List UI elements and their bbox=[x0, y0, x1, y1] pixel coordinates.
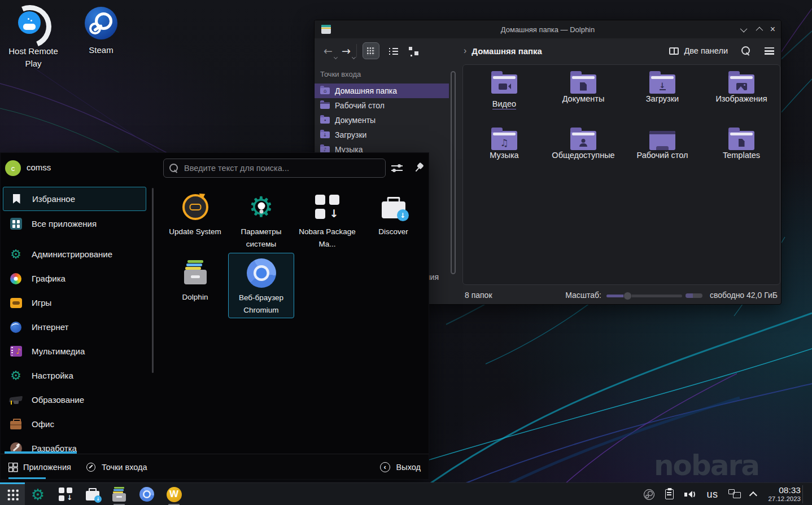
search-button[interactable] bbox=[741, 46, 751, 56]
taskbar-system-settings[interactable]: ⚙ bbox=[30, 486, 46, 502]
desktop-icon-label: Steam bbox=[68, 44, 134, 56]
folder-public[interactable]: Общедоступные bbox=[547, 126, 620, 160]
category-all-apps[interactable]: Все приложения bbox=[3, 212, 146, 236]
host-remote-play-icon bbox=[15, 5, 51, 41]
breadcrumb-location[interactable]: Домашняя папка bbox=[472, 46, 542, 56]
category-multimedia[interactable]: ♪ Мультимедиа bbox=[3, 339, 146, 363]
app-system-settings[interactable]: ⚙ Параметры системы bbox=[228, 187, 294, 250]
taskbar-package-manager[interactable]: ↓ bbox=[58, 486, 73, 502]
taskbar-dolphin[interactable] bbox=[111, 486, 127, 502]
desktop-icon-host-remote-play[interactable]: Host Remote Play bbox=[0, 5, 67, 70]
applications-grid-icon bbox=[8, 463, 17, 471]
folder-label: Рабочий стол bbox=[636, 151, 688, 160]
place-label: Загрузки bbox=[335, 130, 366, 139]
clock[interactable]: 08:33 27.12.2023 bbox=[768, 485, 801, 503]
taskbar-chromium[interactable] bbox=[139, 486, 155, 502]
folder-templates[interactable]: Templates bbox=[705, 126, 778, 160]
category-internet[interactable]: Интернет bbox=[3, 315, 146, 339]
folder-documents[interactable]: Документы bbox=[547, 69, 620, 104]
category-scroll-indicator bbox=[5, 451, 77, 454]
documents-folder-icon: ▪ bbox=[320, 117, 330, 124]
place-item-home[interactable]: ⌂ Домашняя папка bbox=[315, 84, 449, 98]
taskbar-wine-app[interactable]: W bbox=[166, 486, 182, 502]
leave-icon: ‹ bbox=[380, 462, 390, 472]
pin-icon[interactable] bbox=[411, 160, 425, 174]
place-label: Рабочий стол bbox=[335, 101, 385, 110]
tab-places[interactable]: Точки входа bbox=[86, 454, 147, 480]
maximize-button[interactable] bbox=[756, 27, 763, 34]
gear-icon: ⚙ bbox=[31, 487, 45, 502]
application-launcher: c comss Избранное Все приложения ⚙ Админ… bbox=[0, 152, 429, 480]
category-administration[interactable]: ⚙ Администрирование bbox=[3, 242, 146, 266]
app-update-system[interactable]: Update System bbox=[162, 187, 228, 238]
close-button[interactable]: × bbox=[770, 25, 775, 34]
app-dolphin[interactable]: Dolphin bbox=[162, 253, 228, 304]
show-desktop-divider[interactable] bbox=[802, 485, 803, 503]
app-nobara-package-manager[interactable]: ↓ Nobara Package Ma... bbox=[294, 187, 360, 250]
folder-videos[interactable]: Видео bbox=[468, 69, 541, 109]
steam-icon bbox=[85, 7, 117, 39]
details-view-button[interactable] bbox=[385, 42, 402, 59]
category-graphics[interactable]: Графика bbox=[3, 266, 146, 291]
folder-music[interactable]: ♫ Музыка bbox=[468, 126, 541, 160]
category-favorites[interactable]: Избранное bbox=[3, 187, 146, 211]
place-item-documents[interactable]: ▪ Документы bbox=[315, 113, 449, 128]
launcher-search-box[interactable] bbox=[163, 159, 386, 178]
update-system-icon bbox=[182, 194, 208, 220]
taskbar-discover[interactable]: ↓ bbox=[85, 486, 101, 502]
back-button[interactable]: ← bbox=[324, 45, 333, 56]
zoom-slider[interactable] bbox=[606, 295, 682, 297]
breadcrumb[interactable]: › Домашняя папка bbox=[464, 38, 542, 63]
folder-downloads[interactable]: ↓ Загрузки bbox=[626, 69, 699, 104]
category-office[interactable]: Офис bbox=[3, 412, 146, 436]
dolphin-icon bbox=[184, 260, 207, 286]
category-education[interactable]: Образование bbox=[3, 388, 146, 412]
folder-desktop[interactable]: Рабочий стол bbox=[626, 126, 699, 160]
launcher-scrollbar[interactable] bbox=[152, 188, 154, 373]
leave-button[interactable]: ‹ Выход bbox=[380, 454, 421, 480]
dolphin-window-icon bbox=[321, 25, 331, 34]
configure-icon[interactable] bbox=[391, 164, 403, 173]
downloads-folder-icon: ↓ bbox=[320, 131, 330, 138]
place-item-downloads[interactable]: ↓ Загрузки bbox=[315, 128, 449, 142]
app-chromium[interactable]: Веб-браузер Chromium bbox=[228, 253, 294, 318]
network-icon[interactable] bbox=[728, 489, 741, 499]
clipboard-icon[interactable] bbox=[665, 489, 674, 499]
dolphin-toolbar: ← → › Домашняя папка Две панели bbox=[315, 38, 781, 63]
app-launcher-button[interactable] bbox=[0, 483, 25, 505]
documents-folder-icon bbox=[570, 74, 596, 94]
tree-view-button[interactable] bbox=[405, 42, 422, 59]
folder-pictures[interactable]: Изображения bbox=[705, 69, 778, 104]
tray-expand-icon[interactable] bbox=[749, 491, 757, 499]
bookmark-icon bbox=[10, 193, 23, 205]
places-scrollbar[interactable] bbox=[451, 71, 456, 274]
app-discover[interactable]: ↓ Discover bbox=[360, 187, 426, 238]
folder-label: Документы bbox=[562, 94, 605, 103]
window-title: Домашняя папка — Dolphin bbox=[315, 25, 781, 34]
user-avatar[interactable]: c bbox=[5, 160, 21, 176]
forward-button[interactable]: → bbox=[342, 45, 351, 56]
breadcrumb-chevron-icon: › bbox=[464, 46, 466, 56]
split-view-button[interactable]: Две панели bbox=[669, 46, 728, 55]
place-item-desktop[interactable]: Рабочий стол bbox=[315, 98, 449, 113]
wallpaper-logo: nobara bbox=[654, 449, 759, 482]
menu-button[interactable] bbox=[765, 47, 774, 55]
keyboard-layout[interactable]: us bbox=[706, 489, 718, 500]
category-settings[interactable]: ⚙ Настройка bbox=[3, 363, 146, 388]
desktop-icon-steam[interactable]: Steam bbox=[68, 7, 134, 56]
disk-capacity-bar bbox=[686, 293, 702, 298]
discover-icon: ↓ bbox=[86, 491, 99, 500]
clock-time: 08:33 bbox=[768, 485, 801, 495]
zoom-slider-handle[interactable] bbox=[623, 292, 632, 300]
tab-applications[interactable]: Приложения bbox=[8, 454, 71, 480]
category-games[interactable]: Игры bbox=[3, 291, 146, 315]
free-space: свободно 42,0 ГиБ bbox=[710, 291, 778, 300]
dolphin-titlebar[interactable]: Домашняя папка — Dolphin × bbox=[315, 20, 781, 38]
place-label: Домашняя папка bbox=[335, 86, 397, 95]
briefcase-icon bbox=[10, 418, 22, 431]
volume-icon[interactable] bbox=[684, 489, 696, 499]
steam-tray-icon[interactable] bbox=[644, 489, 654, 500]
icons-view-button[interactable] bbox=[363, 42, 379, 59]
search-input[interactable] bbox=[184, 164, 385, 173]
launcher-grid-icon bbox=[7, 489, 19, 500]
